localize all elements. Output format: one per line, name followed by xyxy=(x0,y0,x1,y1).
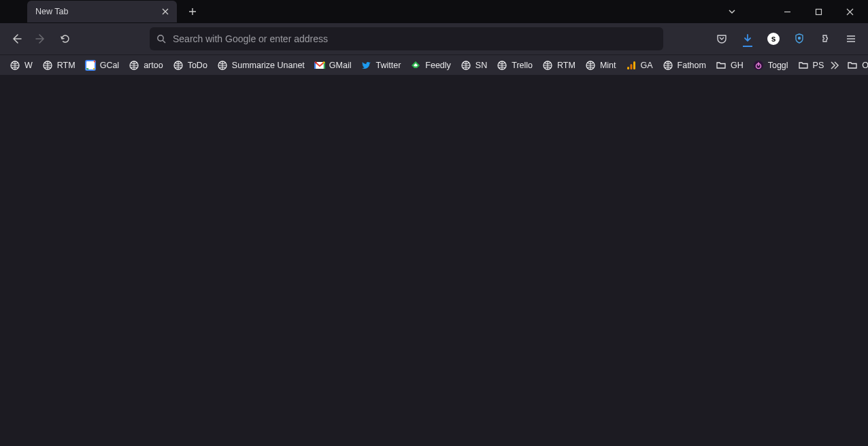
bookmark-label: SN xyxy=(475,61,487,70)
bookmark-item[interactable]: W xyxy=(5,57,37,74)
bookmarks-bar: WRTMGCalartooToDoSummarize UnanetGMailTw… xyxy=(0,54,868,75)
new-tab-button[interactable] xyxy=(182,1,203,22)
reload-button[interactable] xyxy=(54,28,76,50)
download-icon xyxy=(742,33,753,44)
tab-close-button[interactable] xyxy=(159,5,171,18)
bookmark-item[interactable]: Trello xyxy=(493,57,537,74)
ga-icon xyxy=(626,60,637,71)
globe-icon xyxy=(42,60,53,71)
svg-point-2 xyxy=(798,37,801,39)
folder-icon xyxy=(716,60,727,71)
plus-icon xyxy=(188,7,197,16)
url-input[interactable] xyxy=(171,33,656,45)
hamburger-icon xyxy=(846,33,856,44)
bookmarks-overflow-button[interactable] xyxy=(829,57,840,74)
chevron-double-right-icon xyxy=(829,60,840,71)
s-badge-icon: s xyxy=(767,33,780,45)
tab-title: New Tab xyxy=(35,7,159,16)
search-icon xyxy=(156,34,166,44)
titlebar: New Tab xyxy=(0,0,868,23)
twitter-icon xyxy=(361,60,372,71)
window-controls xyxy=(720,0,865,23)
browser-tab[interactable]: New Tab xyxy=(27,1,177,22)
bookmark-label: GH xyxy=(731,61,744,70)
bookmark-label: GA xyxy=(641,61,653,70)
bookmark-item[interactable]: Twitter xyxy=(357,57,405,74)
gcal-icon xyxy=(85,60,96,71)
globe-icon xyxy=(10,60,20,71)
downloads-button[interactable] xyxy=(736,27,759,50)
svg-rect-0 xyxy=(816,9,821,14)
folder-icon xyxy=(847,60,858,71)
reload-icon xyxy=(60,33,71,44)
toolbar-right: s xyxy=(710,27,863,50)
feedly-icon xyxy=(410,60,421,71)
toggl-icon xyxy=(753,60,764,71)
folder-icon xyxy=(798,60,809,71)
bookmark-item[interactable]: RTM xyxy=(38,57,80,74)
maximize-icon xyxy=(815,8,822,16)
back-button[interactable] xyxy=(5,28,27,50)
bookmark-item[interactable]: artoo xyxy=(124,57,167,74)
bookmark-item[interactable]: ToDo xyxy=(169,57,212,74)
arrow-left-icon xyxy=(11,33,22,44)
extensions-button[interactable] xyxy=(814,27,837,50)
bookmark-label: Twitter xyxy=(376,61,401,70)
app-menu-button[interactable] xyxy=(839,27,863,50)
bookmark-label: Feedly xyxy=(425,61,451,70)
bookmark-label: GCal xyxy=(100,61,119,70)
globe-icon xyxy=(129,60,139,71)
bookmark-label: artoo xyxy=(144,61,163,70)
globe-icon xyxy=(461,60,471,71)
page-content xyxy=(0,75,868,446)
bookmark-item[interactable]: GA xyxy=(622,57,657,74)
globe-icon xyxy=(542,60,553,71)
bookmark-item[interactable]: PS xyxy=(794,57,829,74)
arrow-right-icon xyxy=(35,33,46,44)
navigation-toolbar: s xyxy=(0,23,868,54)
bookmark-item[interactable]: Fathom xyxy=(658,57,710,74)
pocket-button[interactable] xyxy=(710,27,733,50)
window-close-button[interactable] xyxy=(834,0,865,23)
puzzle-icon xyxy=(820,33,831,44)
shield-icon xyxy=(794,33,805,44)
bookmark-label: RTM xyxy=(557,61,575,70)
globe-icon xyxy=(585,60,596,71)
bookmark-label: Summarize Unanet xyxy=(232,61,305,70)
forward-button[interactable] xyxy=(30,28,52,50)
bookmark-item[interactable]: RTM xyxy=(538,57,580,74)
chevron-down-icon xyxy=(728,7,736,16)
extension-s-button[interactable]: s xyxy=(762,27,785,50)
bookmark-label: Toggl xyxy=(768,61,788,70)
download-progress-indicator xyxy=(743,46,752,47)
bookmark-label: W xyxy=(24,61,33,70)
bookmark-item[interactable]: Mint xyxy=(581,57,620,74)
bookmark-item[interactable]: GMail xyxy=(310,57,356,74)
bookmark-label: PS xyxy=(813,61,824,70)
bookmark-label: Mint xyxy=(600,61,616,70)
globe-icon xyxy=(497,60,507,71)
bookmark-item[interactable]: Toggl xyxy=(749,57,792,74)
url-bar[interactable] xyxy=(150,27,663,50)
bookmark-label: Fathom xyxy=(678,61,706,70)
svg-point-1 xyxy=(158,35,163,41)
window-maximize-button[interactable] xyxy=(803,0,834,23)
window-minimize-button[interactable] xyxy=(771,0,803,23)
other-bookmarks-label: Other Bookmarks xyxy=(862,61,868,70)
bookmark-label: Trello xyxy=(512,61,533,70)
bookmark-label: GMail xyxy=(329,61,352,70)
bookmark-item[interactable]: SN xyxy=(456,57,491,74)
bookmark-item[interactable]: GCal xyxy=(81,57,123,74)
bookmark-item[interactable]: GH xyxy=(712,57,748,74)
bookmark-label: RTM xyxy=(57,61,76,70)
extension-shield-button[interactable] xyxy=(788,27,811,50)
bookmark-item[interactable]: Summarize Unanet xyxy=(213,57,309,74)
other-bookmarks-button[interactable]: Other Bookmarks xyxy=(843,57,868,74)
close-icon xyxy=(162,8,169,15)
pocket-icon xyxy=(716,33,727,44)
globe-icon xyxy=(217,60,228,71)
minimize-icon xyxy=(784,8,791,16)
gmail-icon xyxy=(314,60,325,71)
list-all-tabs-button[interactable] xyxy=(720,1,744,22)
bookmark-item[interactable]: Feedly xyxy=(406,57,455,74)
